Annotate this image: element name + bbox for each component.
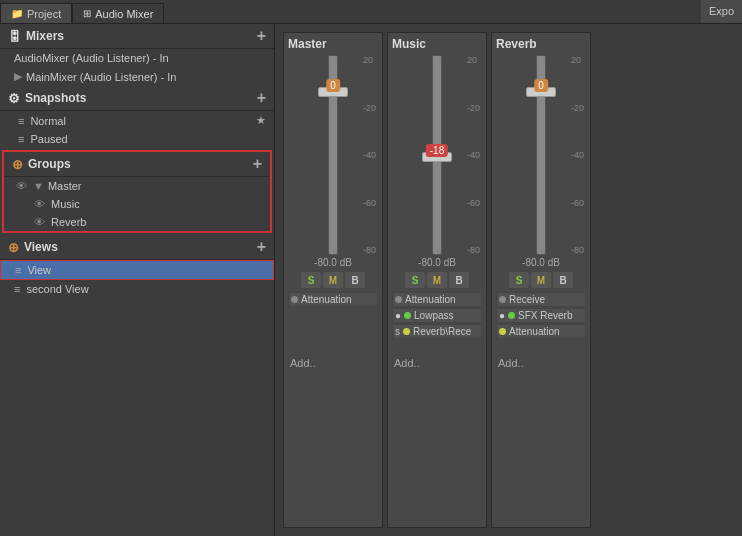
fader-wrapper-music: -1820-20-40-60-80	[392, 55, 482, 255]
mixer-item-mainmixer[interactable]: ▶ MainMixer (Audio Listener) - In	[0, 67, 274, 86]
mixer-item-audiomixer[interactable]: AudioMixer (Audio Listener) - In	[0, 49, 274, 67]
channel-name-music: Music	[392, 37, 482, 51]
snapshots-add-button[interactable]: +	[257, 90, 266, 106]
effect-label: Lowpass	[414, 310, 453, 321]
expo-button[interactable]: Expo	[701, 0, 742, 23]
effect-slot[interactable]: ● SFX Reverb	[496, 308, 586, 323]
effect-dot	[499, 296, 506, 303]
effect-dot	[291, 296, 298, 303]
effects-master: Attenuation	[288, 292, 378, 352]
fader-wrapper-reverb: 020-20-40-60-80	[496, 55, 586, 255]
eye-icon-music: 👁	[34, 198, 45, 210]
mixer-icon: ⊞	[83, 8, 91, 19]
smb-row-master: SMB	[288, 272, 378, 288]
effect-slot[interactable]: Receive	[496, 292, 586, 307]
mixers-add-button[interactable]: +	[257, 28, 266, 44]
smb-m-button-reverb[interactable]: M	[531, 272, 551, 288]
fader-center-master: 0	[318, 55, 348, 255]
fader-center-reverb: 0	[526, 55, 556, 255]
main-layout: 🎛 Mixers + AudioMixer (Audio Listener) -…	[0, 24, 742, 536]
effect-label: Attenuation	[405, 294, 456, 305]
view-item-view[interactable]: ≡ View	[0, 260, 274, 280]
db-label-music: -80.0 dB	[392, 257, 482, 268]
project-icon: 📁	[11, 8, 23, 19]
fader-badge-master: 0	[326, 79, 340, 92]
smb-b-button-music[interactable]: B	[449, 272, 469, 288]
group-reverb[interactable]: 👁 Reverb	[4, 213, 270, 231]
snapshot-normal[interactable]: ≡ Normal ★	[0, 111, 274, 130]
groups-section: ⊕ Groups + 👁 ▼ Master 👁 Music 👁 Reverb	[2, 150, 272, 233]
smb-s-button-music[interactable]: S	[405, 272, 425, 288]
view-icon-2: ≡	[14, 283, 20, 295]
eye-icon-master: 👁	[16, 180, 27, 192]
scale-music: 20-20-40-60-80	[467, 55, 480, 255]
effect-dot	[499, 328, 506, 335]
star-icon: ★	[256, 114, 266, 127]
mixers-icon: 🎛	[8, 29, 21, 44]
add-link-master[interactable]: Add..	[288, 354, 378, 372]
eye-icon-reverb: 👁	[34, 216, 45, 228]
smb-s-button-reverb[interactable]: S	[509, 272, 529, 288]
content-area: Master020-20-40-60-80-80.0 dBSMBAttenuat…	[275, 24, 742, 536]
effect-label: SFX Reverb	[518, 310, 572, 321]
views-section: ⊕ Views + ≡ View ≡ second View	[0, 235, 274, 298]
mixers-section-header[interactable]: 🎛 Mixers +	[0, 24, 274, 49]
fader-center-music: -18	[422, 55, 452, 255]
snapshots-section-header[interactable]: ⚙ Snapshots +	[0, 86, 274, 111]
add-link-reverb[interactable]: Add..	[496, 354, 586, 372]
effect-label: Attenuation	[301, 294, 352, 305]
snapshot-paused[interactable]: ≡ Paused	[0, 130, 274, 148]
snapshots-icon: ⚙	[8, 91, 20, 106]
smb-s-button-master[interactable]: S	[301, 272, 321, 288]
tri-icon: ▼	[33, 180, 44, 192]
effect-slot[interactable]: ● Lowpass	[392, 308, 482, 323]
effects-reverb: Receive● SFX ReverbAttenuation	[496, 292, 586, 352]
smb-m-button-master[interactable]: M	[323, 272, 343, 288]
channel-strips: Master020-20-40-60-80-80.0 dBSMBAttenuat…	[275, 24, 742, 536]
fader-wrapper-master: 020-20-40-60-80	[288, 55, 378, 255]
fader-badge-music: -18	[426, 144, 448, 157]
snap-icon: ≡	[18, 115, 24, 127]
effect-slot[interactable]: Attenuation	[392, 292, 482, 307]
views-icon: ⊕	[8, 240, 19, 255]
view-item-second[interactable]: ≡ second View	[0, 280, 274, 298]
fader-badge-reverb: 0	[534, 79, 548, 92]
effect-label: Receive	[509, 294, 545, 305]
channel-name-master: Master	[288, 37, 378, 51]
groups-section-header[interactable]: ⊕ Groups +	[4, 152, 270, 177]
group-master[interactable]: 👁 ▼ Master	[4, 177, 270, 195]
effect-dot	[404, 312, 411, 319]
tab-project[interactable]: 📁 Project	[0, 3, 72, 23]
channel-master: Master020-20-40-60-80-80.0 dBSMBAttenuat…	[283, 32, 383, 528]
effect-slot[interactable]: Attenuation	[288, 292, 378, 307]
triangle-icon: ▶	[14, 70, 22, 83]
add-link-music[interactable]: Add..	[392, 354, 482, 372]
tab-bar: 📁 Project ⊞ Audio Mixer Expo	[0, 0, 742, 24]
effect-label: Attenuation	[509, 326, 560, 337]
effect-dot	[508, 312, 515, 319]
channel-name-reverb: Reverb	[496, 37, 586, 51]
groups-icon: ⊕	[12, 157, 23, 172]
scale-reverb: 20-20-40-60-80	[571, 55, 584, 255]
db-label-reverb: -80.0 dB	[496, 257, 586, 268]
channel-reverb: Reverb020-20-40-60-80-80.0 dBSMBReceive●…	[491, 32, 591, 528]
effect-dot	[403, 328, 410, 335]
sidebar: 🎛 Mixers + AudioMixer (Audio Listener) -…	[0, 24, 275, 536]
effects-music: Attenuation● Lowpasss Reverb\Rece	[392, 292, 482, 352]
smb-row-reverb: SMB	[496, 272, 586, 288]
smb-row-music: SMB	[392, 272, 482, 288]
snap-icon-2: ≡	[18, 133, 24, 145]
effect-slot[interactable]: Attenuation	[496, 324, 586, 339]
scale-master: 20-20-40-60-80	[363, 55, 376, 255]
channel-music: Music-1820-20-40-60-80-80.0 dBSMBAttenua…	[387, 32, 487, 528]
effect-dot	[395, 296, 402, 303]
groups-add-button[interactable]: +	[253, 156, 262, 172]
views-section-header[interactable]: ⊕ Views +	[0, 235, 274, 260]
tab-audio-mixer[interactable]: ⊞ Audio Mixer	[72, 3, 164, 23]
group-music[interactable]: 👁 Music	[4, 195, 270, 213]
views-add-button[interactable]: +	[257, 239, 266, 255]
smb-b-button-reverb[interactable]: B	[553, 272, 573, 288]
effect-slot[interactable]: s Reverb\Rece	[392, 324, 482, 339]
smb-m-button-music[interactable]: M	[427, 272, 447, 288]
smb-b-button-master[interactable]: B	[345, 272, 365, 288]
